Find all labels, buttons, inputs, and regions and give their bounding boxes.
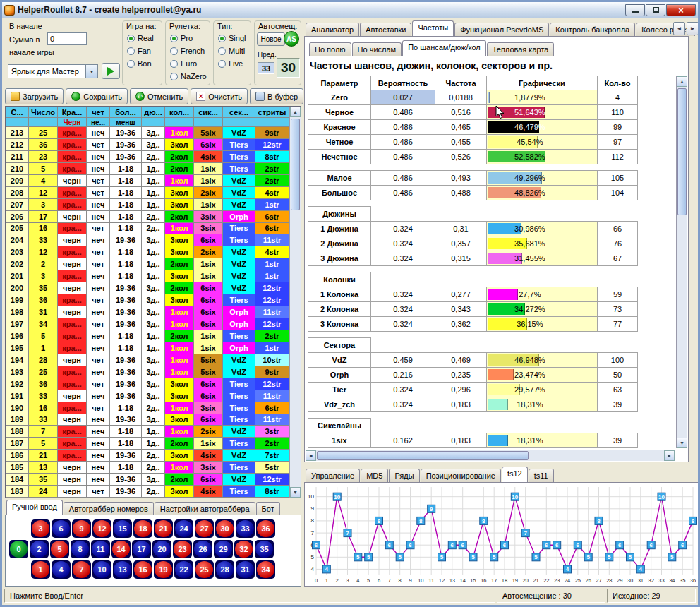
number-34[interactable]: 34 bbox=[256, 560, 275, 579]
tab-бот[interactable]: Бот bbox=[256, 502, 280, 515]
number-16[interactable]: 16 bbox=[133, 560, 152, 579]
number-30[interactable]: 30 bbox=[215, 519, 234, 538]
freq-col-header[interactable]: Вероятность bbox=[370, 76, 435, 90]
spin-row[interactable]: 1965кра...неч1-181д..2кол1sixTiers2str bbox=[6, 330, 289, 342]
freq-row[interactable]: Tier0.3240,29629,577%63 bbox=[308, 383, 644, 397]
scroll-right-icon[interactable]: ► bbox=[664, 450, 675, 461]
number-11[interactable]: 11 bbox=[91, 540, 110, 558]
spin-row[interactable]: 20312кра...чет1-181д..3кол2sixVdZ4str bbox=[6, 246, 289, 258]
spin-row[interactable]: 21123кра...неч19-362д..2кол4sixTiers8str bbox=[6, 151, 289, 163]
undo-button[interactable]: Отменить bbox=[130, 88, 188, 104]
tab-ts11[interactable]: ts11 bbox=[529, 469, 554, 482]
spin-row[interactable]: 2073кра...неч1-181д..3кол1sixVdZ1str bbox=[6, 199, 289, 211]
spin-row[interactable]: 20516кра...чет1-182д..1кол3sixTiers6str bbox=[6, 223, 289, 235]
scroll-up-icon[interactable]: ▲ bbox=[290, 107, 301, 117]
number-24[interactable]: 24 bbox=[174, 519, 193, 538]
freq-row[interactable]: VdZ0.4590,46946,948%100 bbox=[308, 353, 644, 368]
number-15[interactable]: 15 bbox=[113, 519, 132, 538]
spin-row[interactable]: 19428чернчет19-363д..1кол5sixVdZ10str bbox=[6, 354, 289, 366]
number-10[interactable]: 10 bbox=[92, 560, 111, 579]
number-33[interactable]: 33 bbox=[236, 519, 255, 538]
number-31[interactable]: 31 bbox=[236, 560, 255, 579]
spin-row[interactable]: 2094чернчет1-181д..1кол1sixVdZ2str bbox=[6, 175, 289, 187]
number-9[interactable]: 9 bbox=[72, 519, 91, 538]
number-18[interactable]: 18 bbox=[133, 519, 152, 538]
spin-row[interactable]: 21325кра...неч19-363д..1кол5sixVdZ9str bbox=[6, 127, 289, 139]
spins-col-header[interactable]: стриты bbox=[255, 107, 289, 118]
spins-col-header[interactable]: чет bbox=[87, 107, 110, 118]
tab-анализатор[interactable]: Анализатор bbox=[306, 23, 359, 36]
freq-row[interactable]: 3 Дюжина0.3240,31531,455%67 bbox=[308, 251, 644, 266]
tab-автоставки[interactable]: Автоставки bbox=[360, 23, 411, 36]
scrollbar-thumb[interactable] bbox=[317, 451, 529, 460]
radio-live[interactable]: Live bbox=[214, 57, 251, 70]
tabs-scroll-left-icon[interactable] bbox=[673, 22, 685, 35]
radio-bon[interactable]: Bon bbox=[123, 57, 162, 70]
spin-row[interactable]: 1887кра...неч1-181д..1кол2sixVdZ3str bbox=[6, 426, 289, 438]
number-20[interactable]: 20 bbox=[152, 540, 171, 558]
spin-row[interactable]: 19236кра...чет19-363д..3кол6sixTiers12st… bbox=[6, 378, 289, 390]
freq-col-header[interactable]: Графически bbox=[486, 76, 598, 90]
number-1[interactable]: 1 bbox=[31, 560, 50, 579]
number-35[interactable]: 35 bbox=[255, 540, 274, 558]
number-32[interactable]: 32 bbox=[234, 540, 253, 558]
number-36[interactable]: 36 bbox=[256, 519, 275, 538]
tab-ряды[interactable]: Ряды bbox=[389, 469, 419, 482]
number-27[interactable]: 27 bbox=[195, 519, 214, 538]
spins-col-header[interactable]: бол... bbox=[110, 107, 142, 118]
number-28[interactable]: 28 bbox=[215, 560, 234, 579]
tab-по-полю[interactable]: По полю bbox=[309, 42, 351, 56]
radio-singl[interactable]: Singl bbox=[214, 32, 251, 44]
spins-col-header[interactable]: сек... bbox=[223, 107, 255, 118]
number-14[interactable]: 14 bbox=[111, 540, 131, 558]
freq-row[interactable]: Красное0.4860,46546,479%99 bbox=[308, 120, 644, 135]
freq-row[interactable]: Большое0.4860,48848,826%104 bbox=[308, 186, 644, 200]
tab-ts12[interactable]: ts12 bbox=[502, 467, 528, 482]
play-button[interactable] bbox=[102, 63, 120, 79]
spins-col-header[interactable]: дю... bbox=[142, 107, 165, 118]
number-22[interactable]: 22 bbox=[174, 560, 193, 579]
spins-col-header[interactable]: сик... bbox=[194, 107, 223, 118]
radio-multi[interactable]: Multi bbox=[214, 44, 251, 57]
number-13[interactable]: 13 bbox=[113, 560, 132, 579]
freq-row[interactable]: Нечетное0.4860,52652,582%112 bbox=[308, 150, 644, 164]
number-7[interactable]: 7 bbox=[72, 560, 91, 579]
scroll-down-icon[interactable]: ▼ bbox=[290, 487, 301, 498]
freq-col-header[interactable]: Параметр bbox=[308, 76, 371, 90]
spin-row[interactable]: 18324чернчет19-362д..3кол4sixTiers8str bbox=[6, 486, 289, 498]
tabs-scroll-right-icon[interactable] bbox=[687, 22, 699, 35]
spin-row[interactable]: 18435черннеч19-363д..2кол6sixVdZ12str bbox=[6, 474, 289, 486]
save-button[interactable]: Сохранить bbox=[66, 88, 128, 104]
freq-row[interactable]: Малое0.4860,49349,296%105 bbox=[308, 171, 644, 186]
tab-md5[interactable]: MD5 bbox=[361, 469, 388, 482]
scroll-down-icon[interactable]: ▼ bbox=[677, 438, 687, 448]
spins-col-header[interactable]: кол... bbox=[165, 107, 194, 118]
radio-french[interactable]: French bbox=[166, 44, 210, 57]
freq-row[interactable]: Четное0.4860,45545,54%97 bbox=[308, 135, 644, 150]
freq-row[interactable]: Черное0.4860,51651,643%110 bbox=[308, 105, 644, 120]
spin-row[interactable]: 18513черннеч1-182д..1кол3sixTiers5str bbox=[6, 462, 289, 474]
spin-row[interactable]: 19831черннеч19-363д..1кол6sixOrph11str bbox=[6, 306, 289, 318]
tab-управление[interactable]: Управление bbox=[306, 469, 360, 482]
tab-позиционирование[interactable]: Позиционирование bbox=[421, 469, 501, 482]
clear-button[interactable]: Очистить bbox=[191, 88, 248, 104]
start-sum-input[interactable] bbox=[47, 32, 87, 45]
tab-по-числам[interactable]: По числам bbox=[352, 42, 402, 56]
spin-row[interactable]: 20812кра...чет1-181д..3кол2sixVdZ4str bbox=[6, 187, 289, 199]
as-button[interactable]: AS bbox=[284, 31, 299, 47]
scrollbar-thumb[interactable] bbox=[291, 119, 300, 210]
freq-row[interactable]: 2 Дюжина0.3240,35735,681%76 bbox=[308, 236, 644, 251]
freq-vscrollbar[interactable]: ▲ ▼ bbox=[676, 76, 687, 448]
number-5[interactable]: 5 bbox=[50, 540, 69, 558]
tab-ручной-ввод[interactable]: Ручной ввод bbox=[6, 500, 63, 515]
close-button[interactable] bbox=[666, 4, 696, 16]
scroll-left-icon[interactable]: ◄ bbox=[306, 450, 316, 461]
spin-row[interactable]: 2013кра...неч1-181д..3кол1sixVdZ1str bbox=[6, 270, 289, 282]
tab-настройки-автограббера[interactable]: Настройки автограббера bbox=[155, 502, 255, 515]
tab-автограббер-номеров[interactable]: Автограббер номеров bbox=[64, 502, 154, 515]
number-23[interactable]: 23 bbox=[173, 540, 192, 558]
spin-row[interactable]: 2105кра...неч1-181д..2кол1sixTiers2str bbox=[6, 163, 289, 175]
number-19[interactable]: 19 bbox=[154, 560, 173, 579]
number-25[interactable]: 25 bbox=[195, 560, 214, 579]
tab-тепловая-карта[interactable]: Тепловая карта bbox=[487, 42, 555, 56]
